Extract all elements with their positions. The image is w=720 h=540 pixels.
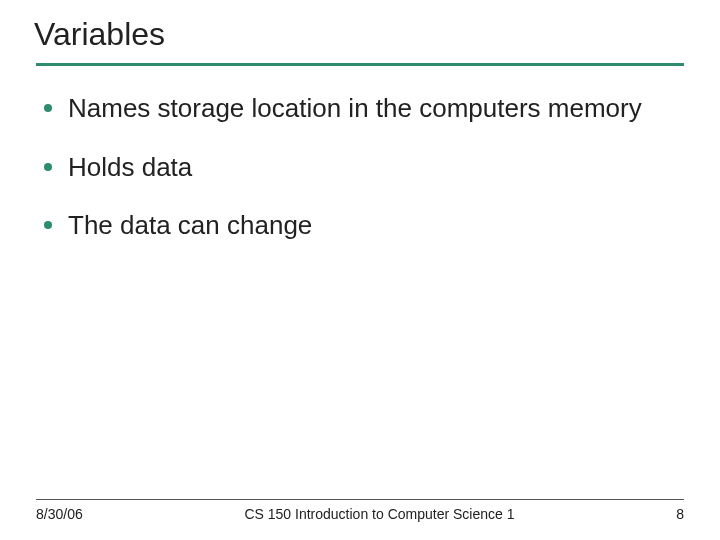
list-item: Holds data [40,151,684,184]
footer: 8/30/06 CS 150 Introduction to Computer … [36,499,684,522]
list-item: The data can change [40,209,684,242]
slide: Variables Names storage location in the … [0,0,720,540]
footer-date: 8/30/06 [36,506,83,522]
footer-rule [36,499,684,500]
page-title: Variables [34,16,684,53]
footer-page: 8 [676,506,684,522]
bullet-list: Names storage location in the computers … [36,92,684,242]
footer-course: CS 150 Introduction to Computer Science … [83,506,676,522]
footer-row: 8/30/06 CS 150 Introduction to Computer … [36,506,684,522]
title-rule [36,63,684,66]
list-item: Names storage location in the computers … [40,92,684,125]
